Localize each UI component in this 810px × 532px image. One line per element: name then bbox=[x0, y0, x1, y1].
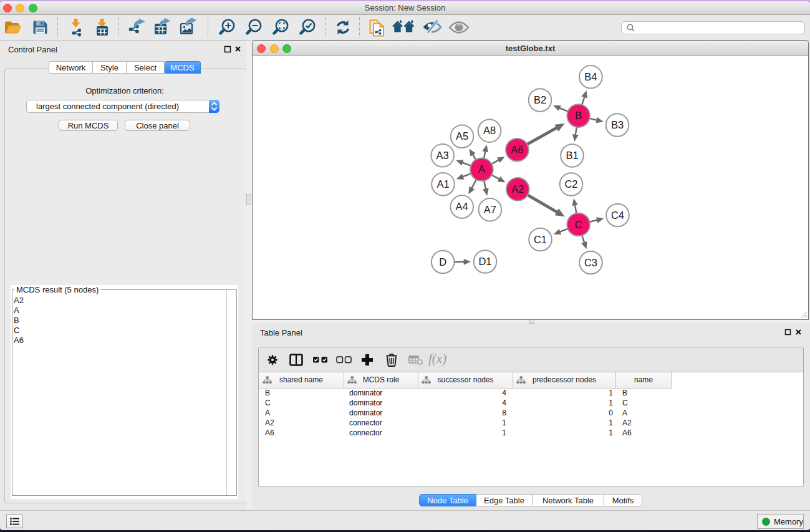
svg-text:C3: C3 bbox=[584, 257, 597, 268]
svg-text:B1: B1 bbox=[566, 150, 578, 161]
svg-text:A2: A2 bbox=[511, 183, 524, 195]
svg-text:D: D bbox=[439, 256, 446, 268]
svg-text:B4: B4 bbox=[584, 71, 597, 82]
svg-text:C1: C1 bbox=[534, 234, 547, 245]
svg-text:A1: A1 bbox=[436, 178, 449, 190]
svg-text:C: C bbox=[575, 219, 582, 230]
svg-text:D1: D1 bbox=[478, 256, 491, 267]
svg-text:A4: A4 bbox=[456, 201, 468, 212]
svg-text:A6: A6 bbox=[511, 144, 523, 155]
svg-text:B2: B2 bbox=[534, 94, 546, 105]
svg-text:A8: A8 bbox=[483, 125, 496, 136]
svg-text:C4: C4 bbox=[611, 210, 624, 221]
svg-text:B: B bbox=[575, 110, 582, 121]
svg-text:A7: A7 bbox=[484, 204, 496, 215]
svg-text:A5: A5 bbox=[456, 130, 468, 142]
svg-text:A3: A3 bbox=[436, 150, 449, 161]
svg-text:B3: B3 bbox=[611, 119, 624, 130]
svg-text:C2: C2 bbox=[564, 178, 577, 190]
svg-text:A: A bbox=[478, 163, 485, 175]
